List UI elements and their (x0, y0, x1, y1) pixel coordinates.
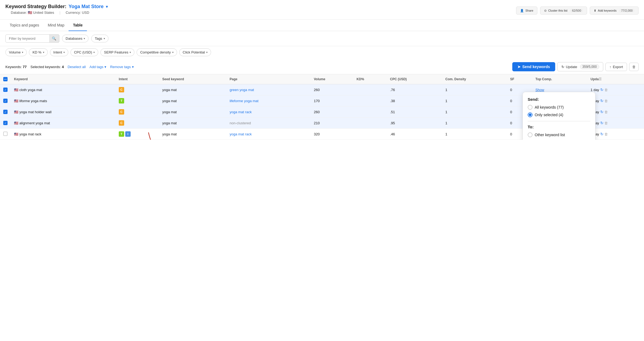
volume-filter[interactable]: Volume ▾ (5, 48, 27, 56)
page-cell[interactable]: lifeforme yoga mat (226, 95, 311, 106)
page-link[interactable]: yoga mat rack (230, 132, 252, 136)
databases-filter[interactable]: Databases ▾ (62, 35, 89, 42)
deselect-all-link[interactable]: Deselect all (67, 65, 86, 69)
kd-filter[interactable]: KD % ▾ (29, 48, 48, 56)
remove-tags-button[interactable]: Remove tags ▾ (110, 65, 134, 69)
intent-filter[interactable]: Intent ▾ (50, 48, 69, 56)
page-link[interactable]: lifeforme yoga mat (230, 99, 259, 103)
row-refresh-button[interactable]: ↻ (600, 132, 604, 136)
search-button[interactable]: 🔍 (49, 34, 59, 43)
project-name[interactable]: Yoga Mat Store (69, 4, 104, 9)
cluster-button[interactable]: ⊙ Cluster this list 62/500 (540, 6, 587, 15)
tab-bar: Topics and pages Mind Map Table (0, 20, 644, 31)
row-refresh-button[interactable]: ↻ (600, 121, 604, 125)
intent-badge: T (119, 98, 124, 103)
row-refresh-button[interactable]: ↻ (600, 99, 604, 103)
tab-table[interactable]: Table (69, 20, 87, 31)
tab-topics[interactable]: Topics and pages (5, 20, 43, 31)
seed-keyword-cell: yoga mat (159, 106, 226, 118)
send-all-radio[interactable] (528, 105, 533, 110)
row-checkbox[interactable] (3, 121, 8, 125)
selected-count: Selected keywords: 4 (30, 65, 64, 69)
updated-cell: 1 day ↻ 🗑 (587, 118, 644, 129)
keyword-link[interactable]: liforme yoga mats (19, 99, 47, 103)
page-cell[interactable]: yoga mat rack (226, 106, 311, 118)
intent-badge: C (119, 120, 124, 126)
kd-cell (353, 118, 387, 129)
seed-keyword-cell: yoga mat (159, 129, 226, 140)
seed-keyword-cell: yoga mat (159, 84, 226, 95)
share-button[interactable]: 👤 Share (516, 6, 537, 15)
intent-cell: T I (116, 129, 159, 140)
cluster-badge: 62/500 (570, 9, 583, 12)
row-delete-button[interactable]: 🗑 (604, 88, 608, 92)
send-all-option[interactable]: All keywords (77) (528, 105, 590, 110)
col-keyword: Keyword (11, 74, 116, 84)
click-potential-filter[interactable]: Click Potential ▾ (179, 48, 211, 56)
cpc-cell: .46 (387, 129, 442, 140)
row-checkbox[interactable] (3, 132, 8, 136)
row-refresh-button[interactable]: ↻ (600, 110, 604, 114)
delete-button[interactable]: 🗑 (629, 63, 639, 71)
cpc-filter[interactable]: CPC (USD) ▾ (70, 48, 98, 56)
country-name: United States (33, 11, 54, 15)
serp-chevron-icon: ▾ (130, 51, 131, 54)
com-density-cell: 1 (442, 84, 507, 95)
col-intent: Intent (116, 74, 159, 84)
keyword-link[interactable]: yoga mat holder wall (19, 110, 52, 114)
add-keywords-badge: 77/2,000 (619, 9, 635, 12)
intent-chevron-icon: ▾ (63, 51, 65, 54)
kd-cell (353, 95, 387, 106)
send-keywords-button[interactable]: ➤ Send keywords (512, 62, 555, 71)
currency: USD (82, 11, 89, 15)
row-delete-button[interactable]: 🗑 (604, 121, 608, 125)
kd-cell (353, 106, 387, 118)
volume-cell: 260 (311, 106, 353, 118)
keyword-link[interactable]: yoga mat rack (19, 132, 42, 136)
send-selected-radio[interactable] (528, 112, 533, 117)
com-density-cell: 1 (442, 129, 507, 140)
row-checkbox[interactable] (3, 88, 8, 92)
to-other-radio[interactable] (528, 132, 533, 137)
tags-filter[interactable]: Tags ▾ (91, 35, 108, 42)
row-refresh-button[interactable]: ↻ (600, 88, 604, 92)
show-link[interactable]: Show (535, 88, 544, 92)
keyword-link[interactable]: cloth yoga mat (19, 88, 42, 92)
row-delete-button[interactable]: 🗑 (604, 99, 608, 103)
keywords-count: Keywords: 77 (5, 65, 27, 69)
tab-mindmap[interactable]: Mind Map (43, 20, 69, 31)
flag-icon: 🇺🇸 (14, 132, 18, 136)
cpc-cell: .76 (387, 84, 442, 95)
serp-filter[interactable]: SERP Features ▾ (100, 48, 134, 56)
col-kd: KD% (353, 74, 387, 84)
row-checkbox[interactable] (3, 99, 8, 103)
project-chevron-icon[interactable]: ▾ (106, 4, 108, 9)
page-link[interactable]: yoga mat rack (230, 110, 252, 114)
updated-cell: 1 day ↻ 🗑 (587, 95, 644, 106)
click-potential-chevron-icon: ▾ (206, 51, 208, 54)
updated-cell: 1 day ↻ 🗑 (587, 84, 644, 95)
row-delete-button[interactable]: 🗑 (604, 132, 608, 136)
col-sf: SF (507, 74, 532, 84)
send-selected-option[interactable]: Only selected (4) (528, 112, 590, 117)
select-all-checkbox[interactable] (3, 77, 8, 81)
row-delete-button[interactable]: 🗑 (604, 110, 608, 114)
update-button[interactable]: ↻ Update 359/5,000 (557, 62, 603, 71)
add-keywords-button[interactable]: ⬇ Add keywords 77/2,000 (590, 6, 639, 15)
export-button[interactable]: ↑ Export (605, 63, 627, 71)
competitive-density-filter[interactable]: Competitive density ▾ (137, 48, 177, 56)
add-tags-button[interactable]: Add tags ▾ (90, 65, 106, 69)
send-popup-title: Send: (528, 97, 590, 102)
to-other-keyword-list[interactable]: Other keyword list (528, 132, 590, 137)
com-density-cell: 1 (442, 106, 507, 118)
page-link[interactable]: green yoga mat (230, 88, 254, 92)
intent-cell: C (116, 106, 159, 118)
db-label: Database: (11, 11, 27, 15)
keyword-link[interactable]: alignment yoga mat (19, 121, 50, 125)
flag-icon: 🇺🇸 (28, 11, 33, 15)
cpc-cell: .51 (387, 106, 442, 118)
row-checkbox[interactable] (3, 110, 8, 114)
page-cell[interactable]: green yoga mat (226, 84, 311, 95)
page-cell[interactable]: yoga mat rack (226, 129, 311, 140)
volume-chevron-icon: ▾ (22, 51, 23, 54)
